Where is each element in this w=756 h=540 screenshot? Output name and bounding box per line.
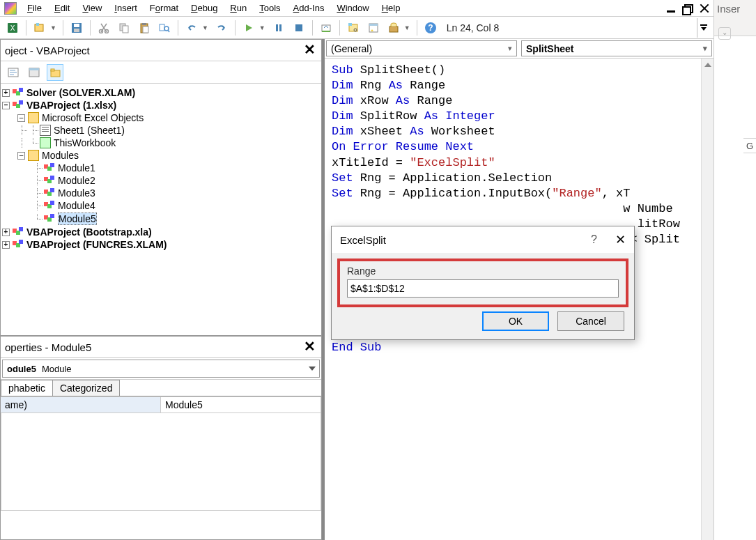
tree-item-thisworkbook[interactable]: ThisWorkbook [54,137,116,148]
menu-add-ins[interactable]: Add-Ins [287,1,331,15]
code-line: End Sub [332,340,707,355]
insert-object-icon[interactable] [31,20,48,36]
tree-item-module4[interactable]: Module4 [58,200,95,211]
tree-item-sheet1[interactable]: Sheet1 (Sheet1) [54,125,125,136]
tab-categorized[interactable]: Categorized [52,380,121,396]
tree-item-excel-objects[interactable]: Microsoft Excel Objects [42,112,144,123]
save-icon[interactable] [68,20,85,36]
menu-window[interactable]: Window [330,1,375,15]
svg-rect-17 [276,24,278,31]
project-explorer-icon[interactable] [345,20,362,36]
svg-text:X: X [10,24,15,32]
project-tree[interactable]: +Solver (SOLVER.XLAM) –VBAProject (1.xls… [1,84,321,335]
find-icon[interactable] [156,20,173,36]
reset-icon[interactable] [291,20,307,36]
tree-item-module5[interactable]: Module5 [58,213,97,225]
cursor-position: Ln 24, Col 8 [447,22,500,33]
code-line: xTitleId = "ExcelSplit" [332,155,707,171]
excel-icon[interactable]: X [4,20,21,36]
paste-icon[interactable] [136,20,153,36]
column-header-g[interactable]: G [743,138,756,153]
close-icon[interactable]: ✕ [302,339,317,355]
project-explorer: oject - VBAProject ✕ +Solver (SOLVER.XLA… [0,39,322,336]
property-name-value[interactable]: Module5 [161,397,321,413]
svg-text:?: ? [428,23,433,33]
ok-button[interactable]: OK [482,311,549,331]
redo-icon[interactable] [213,20,230,36]
menu-edit[interactable]: Edit [48,1,76,15]
tree-item-funcres[interactable]: VBAProject (FUNCRES.XLAM) [26,239,167,250]
menu-file[interactable]: File [21,1,48,15]
code-line: Set Rng = Application.InputBox("Range", … [332,186,707,201]
help-icon[interactable]: ? [422,20,439,36]
menu-debug[interactable]: Debug [185,1,224,15]
scroll-up-icon[interactable] [702,59,713,71]
tree-item-solver[interactable]: Solver (SOLVER.XLAM) [26,87,135,98]
menu-format[interactable]: Format [144,1,185,15]
svg-line-16 [168,30,169,32]
tree-item-bootstrap[interactable]: VBAProject (Bootstrap.xla) [26,226,152,238]
tree-item-module2[interactable]: Module2 [58,175,95,186]
code-line: On Error Resume Next [332,139,707,155]
design-mode-icon[interactable] [318,20,334,36]
minimize-button[interactable] [666,3,676,13]
tree-item-modules[interactable]: Modules [42,150,79,161]
view-code-icon[interactable] [5,64,22,81]
menu-tools[interactable]: Tools [253,1,286,15]
code-line: Dim Rng As Range [332,78,707,93]
close-icon[interactable]: ✕ [615,232,626,247]
properties-window-icon[interactable] [365,20,382,36]
dialog-title: ExcelSplit [340,234,386,246]
inputbox-dialog: ExcelSplit ? ✕ Range OK Cancel [331,226,635,340]
chevron-down-icon[interactable]: ⌄ [718,27,731,40]
properties-object-selector[interactable]: odule5 Module [2,360,320,378]
svg-rect-3 [36,23,39,26]
property-name-label: ame) [1,397,161,413]
menu-help[interactable]: Help [376,1,407,15]
svg-rect-18 [279,24,281,31]
main-toolbar: X ▼ ▼ ▼ ▼ ? Ln 24, Col 8 [0,17,713,39]
close-icon[interactable]: ✕ [302,43,317,58]
copy-icon[interactable] [116,20,132,36]
object-browser-icon[interactable] [385,20,402,36]
menu-bar: FileEditViewInsertFormatDebugRunToolsAdd… [0,0,713,17]
tree-item-vbaproject[interactable]: VBAProject (1.xlsx) [26,100,116,111]
svg-rect-10 [123,26,128,33]
object-dropdown[interactable]: (General) ▾ [326,40,517,56]
svg-rect-19 [295,24,302,31]
menu-run[interactable]: Run [224,1,253,15]
menu-view[interactable]: View [76,1,108,15]
toolbar-overflow[interactable] [697,18,709,38]
toggle-folders-icon[interactable] [47,64,63,81]
svg-rect-35 [51,69,54,71]
break-icon[interactable] [270,20,287,36]
code-line: Set Rng = Application.Selection [332,171,707,186]
svg-rect-13 [143,26,148,33]
run-icon[interactable] [240,20,257,36]
dialog-field-label: Range [347,265,619,277]
code-line: Dim xRow As Range [332,93,707,109]
code-line: w Numbe [332,201,707,217]
tree-item-module1[interactable]: Module1 [58,162,95,173]
scrollbar-vertical[interactable] [701,59,713,540]
help-icon[interactable]: ? [591,233,597,246]
properties-title: operties - Module5 [5,341,91,353]
cancel-button[interactable]: Cancel [557,311,624,331]
svg-rect-6 [74,29,79,32]
tree-item-module3[interactable]: Module3 [58,187,95,199]
cut-icon[interactable] [95,20,112,36]
app-icon [4,2,17,15]
procedure-dropdown[interactable]: SplitSheet ▾ [521,40,712,56]
range-input[interactable] [347,279,619,298]
ribbon-tab-insert[interactable]: Inser [717,3,740,15]
restore-button[interactable] [683,3,693,13]
svg-rect-24 [369,24,378,26]
close-button[interactable] [700,3,709,13]
svg-rect-25 [389,26,398,32]
project-explorer-title: oject - VBAProject [5,45,90,56]
undo-icon[interactable] [183,20,200,36]
view-object-icon[interactable] [26,64,43,81]
menu-insert[interactable]: Insert [108,1,144,15]
tab-alphabetic[interactable]: phabetic [1,380,53,396]
svg-rect-22 [348,23,352,26]
